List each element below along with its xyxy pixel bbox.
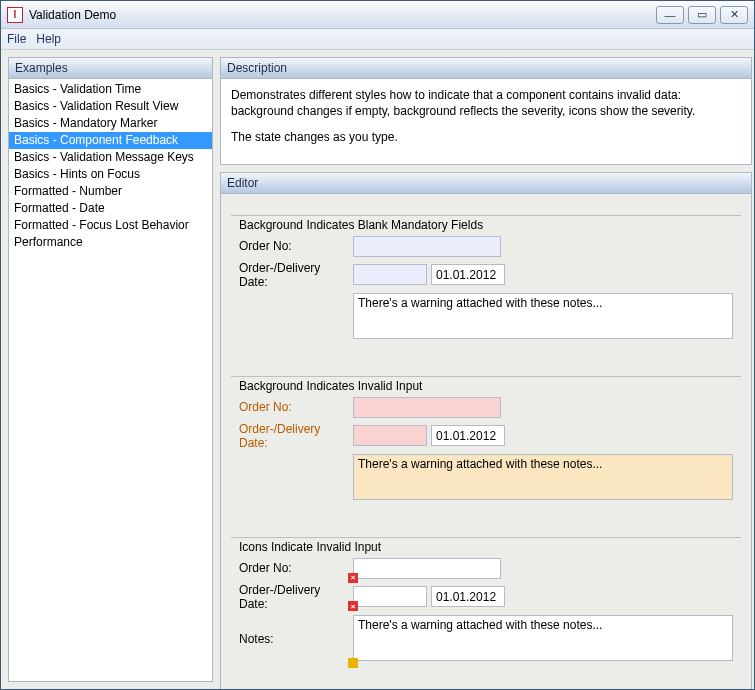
examples-header: Examples	[9, 58, 212, 79]
group-blank-mandatory: Background Indicates Blank Mandatory Fie…	[231, 208, 741, 351]
icons-date1-wrap: ×	[353, 586, 427, 607]
example-item[interactable]: Formatted - Focus Lost Behavior	[9, 217, 212, 234]
icons-date2-input[interactable]	[431, 586, 505, 607]
error-icon: ×	[348, 601, 358, 611]
example-item[interactable]: Performance	[9, 234, 212, 251]
group-invalid-input: Background Indicates Invalid Input Order…	[231, 369, 741, 512]
icons-delivery-label: Order-/Delivery Date:	[239, 583, 349, 611]
example-item[interactable]: Basics - Mandatory Marker	[9, 115, 212, 132]
icons-order-label: Order No:	[239, 561, 349, 575]
description-body: Demonstrates different styles how to ind…	[221, 79, 751, 164]
menubar: File Help	[1, 29, 754, 50]
example-item[interactable]: Formatted - Date	[9, 200, 212, 217]
app-window: I Validation Demo — ▭ ✕ File Help Exampl…	[0, 0, 755, 690]
invalid-delivery-label: Order-/Delivery Date:	[239, 422, 349, 450]
editor-body: Background Indicates Blank Mandatory Fie…	[221, 194, 751, 689]
icons-order-wrap: ×	[353, 558, 501, 579]
blank-date1-input[interactable]	[353, 264, 427, 285]
editor-header: Editor	[221, 173, 751, 194]
invalid-notes-textarea[interactable]	[353, 454, 733, 500]
example-item[interactable]: Basics - Validation Result View	[9, 98, 212, 115]
app-icon: I	[7, 7, 23, 23]
description-p2: The state changes as you type.	[231, 129, 741, 145]
error-icon: ×	[348, 573, 358, 583]
description-header: Description	[221, 58, 751, 79]
maximize-button[interactable]: ▭	[688, 6, 716, 24]
blank-order-input[interactable]	[353, 236, 501, 257]
content-area: Examples Basics - Validation TimeBasics …	[1, 50, 754, 689]
icons-date1-input[interactable]	[353, 586, 427, 607]
right-column: Description Demonstrates different style…	[220, 57, 752, 682]
menu-file[interactable]: File	[7, 32, 26, 46]
description-panel: Description Demonstrates different style…	[220, 57, 752, 165]
window-title: Validation Demo	[29, 8, 656, 22]
icons-notes-label: Notes:	[239, 632, 349, 646]
group-invalid-title: Background Indicates Invalid Input	[239, 379, 426, 393]
invalid-date1-input[interactable]	[353, 425, 427, 446]
menu-help[interactable]: Help	[36, 32, 61, 46]
titlebar[interactable]: I Validation Demo — ▭ ✕	[1, 1, 754, 29]
close-button[interactable]: ✕	[720, 6, 748, 24]
invalid-order-label: Order No:	[239, 400, 349, 414]
example-item[interactable]: Basics - Component Feedback	[9, 132, 212, 149]
examples-list[interactable]: Basics - Validation TimeBasics - Validat…	[9, 79, 212, 681]
invalid-date2-input[interactable]	[431, 425, 505, 446]
example-item[interactable]: Basics - Validation Time	[9, 81, 212, 98]
minimize-button[interactable]: —	[656, 6, 684, 24]
blank-order-label: Order No:	[239, 239, 349, 253]
blank-notes-textarea[interactable]	[353, 293, 733, 339]
icons-notes-textarea[interactable]	[353, 615, 733, 661]
window-controls: — ▭ ✕	[656, 6, 748, 24]
blank-delivery-label: Order-/Delivery Date:	[239, 261, 349, 289]
invalid-order-input[interactable]	[353, 397, 501, 418]
icons-notes-wrap	[353, 615, 733, 664]
group-icons: Icons Indicate Invalid Input Order No: ×…	[231, 530, 741, 676]
warning-icon	[348, 658, 358, 668]
example-item[interactable]: Basics - Validation Message Keys	[9, 149, 212, 166]
group-icons-title: Icons Indicate Invalid Input	[239, 540, 385, 554]
examples-panel: Examples Basics - Validation TimeBasics …	[8, 57, 213, 682]
blank-date2-input[interactable]	[431, 264, 505, 285]
editor-panel: Editor Background Indicates Blank Mandat…	[220, 172, 752, 689]
description-p1: Demonstrates different styles how to ind…	[231, 87, 741, 119]
example-item[interactable]: Basics - Hints on Focus	[9, 166, 212, 183]
group-blank-title: Background Indicates Blank Mandatory Fie…	[239, 218, 487, 232]
example-item[interactable]: Formatted - Number	[9, 183, 212, 200]
icons-order-input[interactable]	[353, 558, 501, 579]
